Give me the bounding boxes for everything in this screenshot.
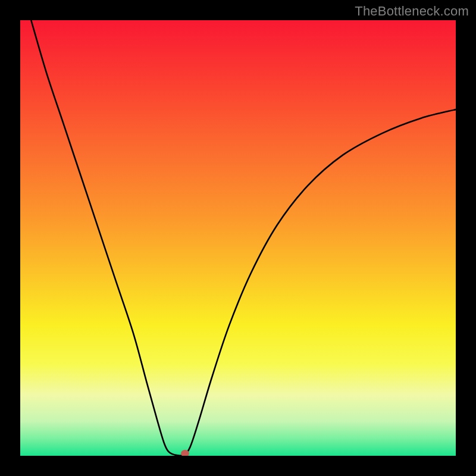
curve-layer <box>20 20 456 456</box>
optimal-point-marker <box>181 450 189 456</box>
bottleneck-curve <box>31 20 456 456</box>
plot-area <box>20 20 456 456</box>
chart-frame: TheBottleneck.com <box>0 0 476 476</box>
watermark-text: TheBottleneck.com <box>355 4 469 19</box>
